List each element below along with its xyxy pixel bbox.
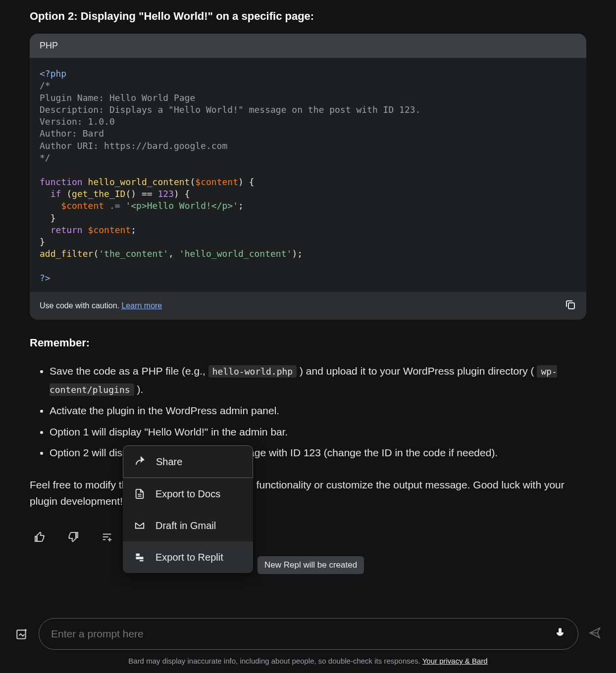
code-tok: Author: Bard <box>40 128 104 139</box>
code-body: <?php /* Plugin Name: Hello World Page D… <box>30 58 586 292</box>
code-tok: .= <box>109 200 120 211</box>
closing-text: Feel free to modify the code to include … <box>30 477 586 509</box>
copy-icon[interactable] <box>565 299 576 313</box>
code-tok: Author URI: https://bard.google.com <box>40 141 227 151</box>
popup-label: Share <box>156 456 182 468</box>
code-tok: /* <box>40 80 51 91</box>
inline-code: hello-world.php <box>208 365 297 378</box>
code-tok: $content <box>88 225 131 235</box>
share-arrow-icon <box>134 456 146 468</box>
code-tok: Plugin Name: Hello World Page <box>40 93 195 103</box>
code-tok: */ <box>40 152 51 163</box>
send-icon[interactable] <box>588 626 601 641</box>
text: ). <box>134 384 144 395</box>
code-tok: Description: Displays a "Hello World!" m… <box>40 104 420 115</box>
code-tok: $content <box>61 200 104 211</box>
prompt-input[interactable] <box>51 628 554 640</box>
list-item: Activate the plugin in the WordPress adm… <box>50 402 586 420</box>
popup-share[interactable]: Share <box>123 445 253 478</box>
replit-icon <box>134 551 146 563</box>
code-tok: 'the_content' <box>99 248 168 259</box>
mic-icon[interactable] <box>554 627 566 641</box>
tune-icon[interactable] <box>97 527 117 547</box>
gmail-icon <box>134 520 146 531</box>
code-block: PHP <?php /* Plugin Name: Hello World Pa… <box>30 34 586 320</box>
thumbs-up-icon[interactable] <box>30 527 50 547</box>
code-tok: if <box>51 189 61 199</box>
code-tok: ?> <box>40 273 51 283</box>
popup-label: Export to Replit <box>155 552 223 563</box>
code-tok: return <box>51 225 83 235</box>
svg-rect-7 <box>136 554 140 556</box>
learn-more-link[interactable]: Learn more <box>121 301 162 310</box>
popup-gmail[interactable]: Draft in Gmail <box>123 510 253 541</box>
popup-docs[interactable]: Export to Docs <box>123 478 253 510</box>
code-tok: <?php <box>40 68 66 79</box>
code-tok: function <box>40 177 83 187</box>
code-tok: $content <box>195 177 238 187</box>
code-tok: hello_world_content <box>88 177 190 187</box>
svg-rect-0 <box>568 303 574 309</box>
thumbs-down-icon[interactable] <box>63 527 83 547</box>
popup-replit[interactable]: Export to Replit <box>123 541 253 573</box>
svg-rect-8 <box>136 557 144 559</box>
code-tok: 'hello_world_content' <box>179 248 292 259</box>
text: ) and upload it to your WordPress plugin… <box>297 365 537 377</box>
popup-label: Draft in Gmail <box>155 520 216 531</box>
code-tok: get_the_ID <box>72 189 125 199</box>
privacy-link[interactable]: Your privacy & Bard <box>422 657 488 665</box>
popup-label: Export to Docs <box>155 488 220 500</box>
option-title: Option 2: Displaying "Hello World!" on a… <box>30 10 586 23</box>
code-tok: 123 <box>157 189 174 199</box>
list-item: Save the code as a PHP file (e.g., hello… <box>50 362 586 399</box>
text: Save the code as a PHP file (e.g., <box>50 365 208 377</box>
svg-rect-9 <box>140 560 144 562</box>
disclaimer: Bard may display inaccurate info, includ… <box>15 657 601 665</box>
disclaimer-text: Bard may display inaccurate info, includ… <box>128 657 422 665</box>
replit-tooltip: New Repl will be created <box>257 556 364 574</box>
docs-icon <box>134 488 146 500</box>
list-item: Option 1 will display "Hello World!" in … <box>50 423 586 441</box>
code-lang: PHP <box>30 34 586 58</box>
share-popup: Share Export to Docs Draft in Gmail Expo… <box>123 445 253 573</box>
code-caution: Use code with caution. <box>40 301 119 310</box>
remember-title: Remember: <box>30 336 586 349</box>
add-image-icon[interactable] <box>15 627 29 641</box>
code-tok: Version: 1.0.0 <box>40 116 115 127</box>
code-tok: '<p>Hello World!</p>' <box>125 200 238 211</box>
code-tok: add_filter <box>40 248 93 259</box>
prompt-box[interactable] <box>39 618 578 650</box>
